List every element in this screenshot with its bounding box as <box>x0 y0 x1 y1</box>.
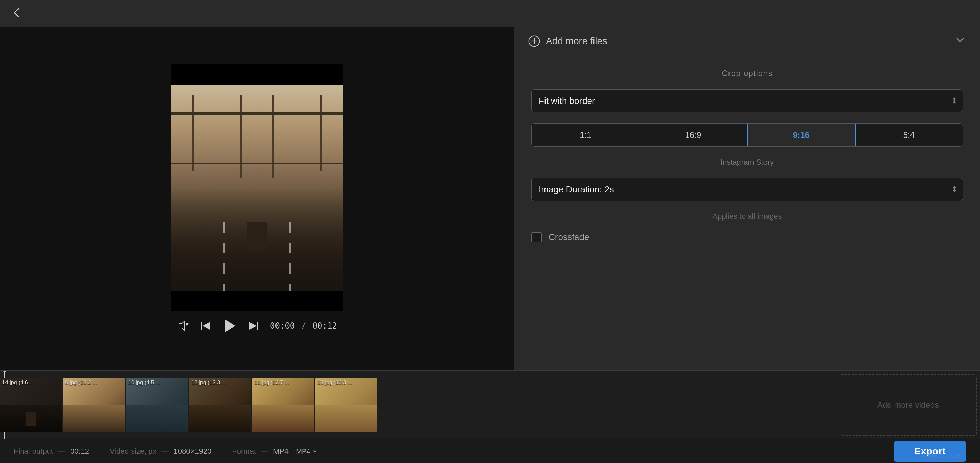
crop-options-title: Crop options <box>531 69 963 78</box>
timeline-clips[interactable]: 14.jpg (4.6 ... 9.jpg (13.2 ... 10.jpg (… <box>0 371 836 439</box>
video-black-bar-bottom <box>171 291 343 311</box>
timeline-clip-5[interactable]: 11.jpg (12.7 ... <box>252 378 314 433</box>
time-current: 00:00 <box>270 321 295 330</box>
preview-area: 00:00 / 00:12 <box>0 27 514 370</box>
watermark-text: ColorMango.com <box>922 453 964 459</box>
motorcycle <box>247 222 267 250</box>
right-panel: Add more files Crop options Fit with bor… <box>514 27 980 370</box>
top-bar <box>0 0 980 27</box>
video-size-value: 1080×1920 <box>174 447 212 456</box>
bottom-bar: Final output — 00:12 Video size, px — 10… <box>0 439 980 463</box>
timeline-clip-6[interactable]: 13.jpg (13.3 ... <box>315 378 377 433</box>
prev-icon <box>199 319 212 332</box>
final-output-item: Final output — 00:12 <box>14 447 89 456</box>
main-content: 00:00 / 00:12 Add more files <box>0 27 980 370</box>
ratio-buttons-group: 1:1 16:9 9:16 5:4 <box>531 123 963 147</box>
chevron-down-icon <box>954 34 966 46</box>
svg-marker-0 <box>179 321 185 330</box>
instagram-story-label: Instagram Story <box>531 158 963 167</box>
time-display: 00:00 / 00:12 <box>270 321 337 330</box>
add-more-videos-zone[interactable]: Add more videos <box>840 374 977 436</box>
crossfade-row: Crossfade <box>531 232 963 243</box>
format-label: Format <box>232 447 256 456</box>
back-button[interactable] <box>10 6 22 21</box>
fit-with-border-dropdown-wrapper: Fit with border Fill Stretch Blur ⬍ <box>531 89 963 112</box>
add-more-videos-label: Add more videos <box>877 400 939 410</box>
player-controls: 00:00 / 00:12 <box>177 318 337 334</box>
crossfade-label: Crossfade <box>549 232 589 243</box>
video-size-sep: — <box>161 447 169 456</box>
export-wrapper: Export ColorMango.com <box>894 441 966 461</box>
play-button[interactable] <box>222 318 237 334</box>
mute-icon <box>177 319 189 332</box>
next-icon <box>247 319 260 332</box>
clip-4-label: 12.jpg (12.3 ... <box>191 380 249 386</box>
road-lane-left <box>223 222 225 291</box>
format-value: MP4 <box>273 447 288 456</box>
prev-button[interactable] <box>199 319 212 332</box>
clip-6-label: 13.jpg (13.3 ... <box>317 380 375 386</box>
video-black-bar-top <box>171 64 343 85</box>
format-select[interactable]: MP4 MOV AVI <box>295 447 317 455</box>
svg-marker-7 <box>249 322 256 330</box>
timeline-clip-3[interactable]: 10.jpg (4.5 ... <box>126 378 188 433</box>
image-duration-select[interactable]: Image Duration: 1s Image Duration: 2s Im… <box>531 178 963 201</box>
ratio-1-1-button[interactable]: 1:1 <box>532 124 640 147</box>
mute-button[interactable] <box>177 319 189 332</box>
timeline-clip-1[interactable]: 14.jpg (4.6 ... <box>0 378 62 433</box>
time-total: 00:12 <box>312 321 337 330</box>
format-item: Format — MP4 MP4 MOV AVI <box>232 447 317 456</box>
timeline-clip-2[interactable]: 9.jpg (13.2 ... <box>63 378 125 433</box>
road-lane-right <box>289 222 291 291</box>
video-frame <box>171 64 343 311</box>
next-button[interactable] <box>247 319 260 332</box>
image-duration-dropdown-wrapper: Image Duration: 1s Image Duration: 2s Im… <box>531 178 963 201</box>
clip-1-label: 14.jpg (4.6 ... <box>2 380 60 386</box>
add-files-row: Add more files <box>514 27 980 55</box>
svg-marker-5 <box>226 319 235 332</box>
clip-3-label: 10.jpg (4.5 ... <box>128 380 186 386</box>
applies-to-all-label: Applies to all images <box>531 212 963 221</box>
clip-5-label: 11.jpg (12.7 ... <box>254 380 312 386</box>
add-files-label: Add more files <box>546 36 607 47</box>
chevron-down-button[interactable] <box>954 34 966 48</box>
final-output-sep: — <box>58 447 65 456</box>
crop-options-section: Crop options Fit with border Fill Stretc… <box>514 55 980 256</box>
play-icon <box>222 318 237 334</box>
timeline-section: 14.jpg (4.6 ... 9.jpg (13.2 ... 10.jpg (… <box>0 370 980 439</box>
video-preview: 00:00 / 00:12 <box>171 64 343 334</box>
video-size-label: Video size, px <box>110 447 157 456</box>
clip-2-label: 9.jpg (13.2 ... <box>65 380 123 386</box>
ratio-9-16-button[interactable]: 9:16 <box>747 123 856 147</box>
svg-rect-6 <box>257 322 258 330</box>
ratio-5-4-button[interactable]: 5:4 <box>855 124 963 147</box>
fit-with-border-select[interactable]: Fit with border Fill Stretch Blur <box>531 89 963 112</box>
bottom-bar-left: Final output — 00:12 Video size, px — 10… <box>14 447 317 456</box>
plus-circle-icon <box>528 35 540 47</box>
bridge-element <box>171 112 343 164</box>
final-output-value: 00:12 <box>70 447 89 456</box>
crossfade-checkbox[interactable] <box>531 232 542 243</box>
svg-marker-4 <box>203 322 210 330</box>
svg-rect-3 <box>201 322 202 330</box>
add-files-button[interactable]: Add more files <box>528 35 607 47</box>
timeline-clip-4[interactable]: 12.jpg (12.3 ... <box>189 378 251 433</box>
ratio-16-9-button[interactable]: 16:9 <box>640 124 747 147</box>
final-output-label: Final output <box>14 447 53 456</box>
format-sep: — <box>261 447 268 456</box>
video-image-content <box>171 85 343 291</box>
video-size-item: Video size, px — 1080×1920 <box>110 447 212 456</box>
time-separator: / <box>301 321 311 330</box>
